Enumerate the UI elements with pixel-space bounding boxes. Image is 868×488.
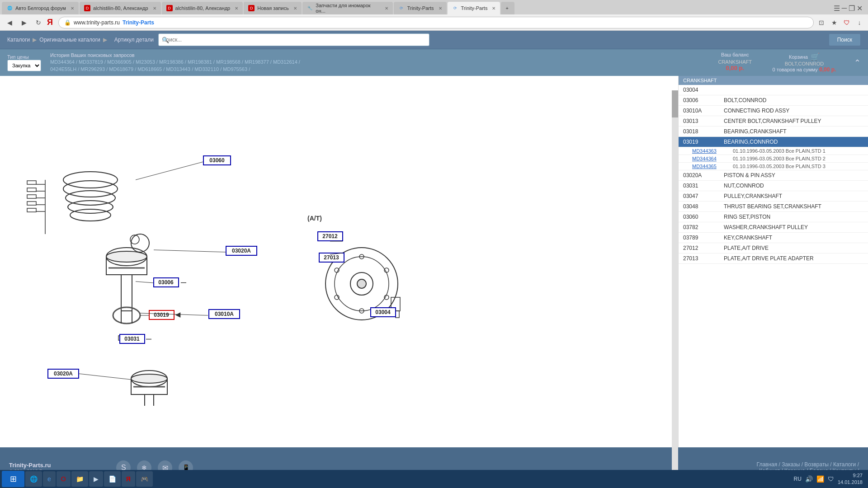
part-row-03018[interactable]: 03018 BEARING,CRANKSHAFT [679,127,868,137]
part-row-03060[interactable]: 03060 RING SET,PISTON [679,212,868,222]
history-item-md337819[interactable]: MD337819 [79,59,103,65]
taskbar-time: 9:27 14.01.2018 [838,472,863,486]
part-row-03019[interactable]: 03019 BEARING,CONNROD [679,137,868,147]
search-label: Артикул детали [114,37,154,43]
taskbar-opera-item[interactable]: O [57,471,71,487]
taskbar-lang: RU [794,476,802,482]
part-row-03006[interactable]: 03006 BOLT,CONNROD [679,95,868,106]
minimize-icon[interactable]: ─ [842,4,847,12]
part-name-03047: PULLEY,CRANKSHAFT [724,193,782,199]
svg-rect-11 [27,181,36,184]
history-item-md313443[interactable]: MD313443 [166,66,190,72]
history-item-mr198381[interactable]: MR198381 [188,59,212,65]
tab-alch1[interactable]: D alchistilin-80, Александр ✕ [80,2,161,14]
tab-close-alch2[interactable]: ✕ [235,6,238,11]
part-row-27012[interactable]: 27012 PLATE,A/T DRIVE [679,243,868,253]
tab-avto[interactable]: 🌐 Авто Белгород форум ✕ [2,2,79,14]
bookmark-icon[interactable]: ⊡ [816,18,826,28]
taskbar-yandex-item[interactable]: Я [122,471,135,487]
tab-new-tab[interactable]: + [501,2,514,14]
tab-close-trinity1[interactable]: ✕ [439,6,442,11]
tab-trinity2[interactable]: ⟳ Trinity-Parts ✕ [448,2,500,14]
sub-part-md344364[interactable]: MD344364 01.10.1996-03.05.2003 Все PLAIN… [679,155,868,163]
part-row-03013[interactable]: 03013 CENTER BOLT,CRANKSHAFT PULLEY [679,116,868,127]
yandex-shield-icon[interactable]: 🛡 [842,18,852,28]
refresh-button[interactable]: ↻ [33,17,44,28]
search-input[interactable] [158,33,429,46]
part-row-03020a[interactable]: 03020A PISTON & PIN ASSY [679,170,868,181]
price-type-select[interactable]: Закупка [7,60,41,71]
taskbar-ie-item[interactable]: e [43,471,56,487]
part-num-03013: 03013 [683,118,719,124]
history-item-md618665[interactable]: MD618665 [137,66,162,72]
history-item-md975563[interactable]: MD975563 [223,66,247,72]
history-item-md366905[interactable]: MD366905 [107,59,132,65]
subheader: Тип цены Закупка История Ваших поисковых… [0,49,868,76]
download-icon[interactable]: ↓ [854,18,864,28]
tab-zapchasti[interactable]: 🔧 Запчасти для иномарок он... ✕ [302,2,393,14]
tab-trinity1[interactable]: ⟳ Trinity-Parts ✕ [394,2,447,14]
svg-text:03010A: 03010A [215,311,234,317]
tab-close-zapchasti[interactable]: ✕ [385,6,388,11]
tab-close-trinity2[interactable]: ✕ [492,6,495,11]
taskbar-speaker-icon[interactable]: 🔊 [805,475,813,483]
taskbar-word-item[interactable]: 📄 [104,471,121,487]
part-num-03019: 03019 [683,139,719,145]
menu-icon[interactable]: ☰ [834,4,840,13]
history-item-mr296293[interactable]: MR296293 [80,66,105,72]
taskbar-game-item[interactable]: 🎮 [136,471,153,487]
part-row-03004[interactable]: 03004 [679,85,868,95]
history-item-mi23053[interactable]: MI23053 [136,59,155,65]
taskbar-yandex-icon: Я [126,475,131,483]
address-bar[interactable]: 🔒 www.trinity-parts.ru Trinity-Parts [58,17,814,28]
part-row-03048[interactable]: 03048 THRUST BEARING SET,CRANKSHAFT [679,202,868,212]
search-button[interactable]: Поиск [829,33,861,46]
history-item-mr198386[interactable]: MR198386 [159,59,184,65]
taskbar-network-icon[interactable]: 📶 [816,475,824,483]
svg-line-16 [136,162,203,180]
taskbar-start-button[interactable]: ⊞ [2,471,24,487]
history-item-md344364[interactable]: MD344364 [50,59,75,65]
tab-close-avto[interactable]: ✕ [71,6,74,11]
part-row-03031[interactable]: 03031 NUT,CONNROD [679,181,868,191]
parts-col-crankshaft: CRANKSHAFT [683,78,717,83]
part-name-03782: WASHER,CRANKSHAFT PULLEY [724,224,808,230]
taskbar-files-item[interactable]: 📁 [71,471,88,487]
history-item-md618679[interactable]: MD618679 [109,66,133,72]
collapse-button[interactable]: ⌃ [854,58,861,68]
history-item-md312614[interactable]: MD312614 [273,59,297,65]
taskbar-media-icon: ▶ [94,475,99,483]
history-item-md332110[interactable]: MD332110 [194,66,219,72]
tab-new[interactable]: D Новая запись ✕ [244,2,301,14]
tab-close-new[interactable]: ✕ [293,6,297,11]
taskbar-media-item[interactable]: ▶ [89,471,103,487]
part-row-03789[interactable]: 03789 KEY,CRANKSHAFT [679,233,868,243]
history-item-mr198377[interactable]: MR198377 [245,59,269,65]
taskbar-browser-icon: 🌐 [30,475,38,483]
sub-part-md344363[interactable]: MD344363 01.10.1996-03.05.2003 Все PLAIN… [679,147,868,155]
part-row-03047[interactable]: 03047 PULLEY,CRANKSHAFT [679,191,868,202]
part-name-03010a: CONNECTING ROD ASSY [724,108,789,114]
part-row-03782[interactable]: 03782 WASHER,CRANKSHAFT PULLEY [679,222,868,233]
svg-text:03004: 03004 [375,309,391,315]
forward-button[interactable]: ▶ [18,17,30,28]
history-item-0424[interactable]: 0424E55LH [50,66,76,72]
tab-alch2[interactable]: D alchistilin-80, Александр ✕ [162,2,243,14]
part-name-27013: PLATE,A/T DRIVE PLATE ADAPTER [724,255,814,262]
breadcrumb-original[interactable]: Оригинальные каталоги [39,37,100,43]
breadcrumb-katalogi[interactable]: Каталоги [7,37,30,43]
part-row-03010a[interactable]: 03010A CONNECTING ROD ASSY [679,106,868,116]
part-num-03048: 03048 [683,203,719,210]
taskbar-shield-icon[interactable]: 🛡 [828,475,834,483]
back-button[interactable]: ◀ [4,17,15,28]
sub-part-md344365[interactable]: MD344365 01.10.1996-03.05.2003 Все PLAIN… [679,163,868,170]
history-item-mr198568[interactable]: MR198568 [216,59,241,65]
close-icon[interactable]: ✕ [857,4,863,13]
part-name-03013: CENTER BOLT,CRANKSHAFT PULLEY [724,118,821,124]
part-row-27013[interactable]: 27013 PLATE,A/T DRIVE PLATE ADAPTER [679,253,868,264]
restore-icon[interactable]: ❐ [849,4,855,13]
tab-close-alch1[interactable]: ✕ [153,6,156,11]
taskbar-browser-item[interactable]: 🌐 [25,471,42,487]
star-icon[interactable]: ★ [829,18,839,28]
tab-label-trinity1: Trinity-Parts [407,5,434,11]
